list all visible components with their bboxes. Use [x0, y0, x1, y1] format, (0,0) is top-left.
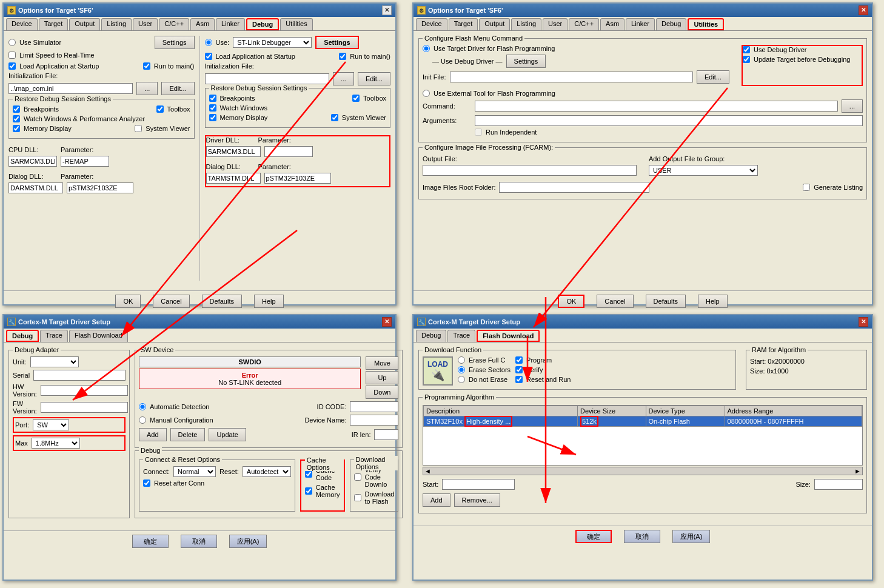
scroll-left[interactable]: ◄ — [424, 467, 431, 475]
tab-listing-tl[interactable]: Listing — [101, 18, 132, 30]
tab-utilities-tr[interactable]: Utilities — [688, 18, 724, 30]
cb-watch-left[interactable] — [13, 115, 20, 122]
table-row[interactable]: STM32F10x High-density ... 512k On-chip … — [424, 416, 862, 427]
input-cpu-param[interactable] — [61, 156, 109, 167]
tab-device-tl[interactable]: Device — [6, 18, 38, 30]
btn-defaults-tl[interactable]: Defaults — [202, 295, 242, 308]
cb-breakpoints-left[interactable] — [13, 105, 20, 113]
input-arguments-tr[interactable] — [475, 115, 863, 126]
tab-target-tl[interactable]: Target — [39, 18, 69, 30]
radio-do-not-erase[interactable] — [458, 376, 465, 383]
tab-user-tr[interactable]: User — [543, 18, 568, 30]
cb-cache-memory[interactable] — [305, 487, 312, 495]
input-dialog-param-right[interactable] — [264, 173, 331, 184]
select-port[interactable]: SW JTAG — [33, 419, 69, 430]
tab-asm-tr[interactable]: Asm — [600, 18, 624, 30]
tab-utilities-tl[interactable]: Utilities — [280, 18, 312, 30]
scrollbar-area[interactable]: ◄ ► — [423, 467, 863, 475]
tab-flash-download-br[interactable]: Flash Download — [477, 330, 540, 342]
input-cpu-dll[interactable] — [8, 156, 57, 167]
input-output-file-tr[interactable] — [423, 165, 637, 176]
close-button-top-right[interactable]: ✕ — [859, 5, 868, 15]
btn-ok-tl[interactable]: OK — [115, 295, 141, 308]
cb-load-app-left[interactable] — [8, 62, 16, 70]
select-connect[interactable]: Normal — [173, 466, 216, 477]
tab-user-tl[interactable]: User — [133, 18, 158, 30]
btn-apply-bl[interactable]: 应用(A) — [229, 535, 267, 548]
input-driver-param[interactable] — [264, 146, 313, 157]
btn-help-tr[interactable]: Help — [698, 295, 728, 308]
cb-memory-left[interactable] — [13, 125, 20, 132]
cb-load-app-right[interactable] — [205, 53, 212, 60]
input-dialog-dll-left[interactable] — [8, 182, 63, 193]
btn-down[interactable]: Down — [366, 386, 398, 399]
btn-cancel-br[interactable]: 取消 — [624, 530, 660, 543]
btn-ok-bl[interactable]: 确定 — [132, 535, 169, 548]
tab-debug-tl[interactable]: Debug — [246, 18, 279, 30]
cb-watch-right[interactable] — [209, 104, 216, 112]
tab-trace-br[interactable]: Trace — [447, 330, 475, 342]
cb-program[interactable] — [515, 356, 523, 364]
input-size-algo[interactable] — [814, 479, 863, 490]
input-command-tr[interactable] — [475, 101, 838, 112]
cb-verify-code[interactable] — [354, 473, 361, 481]
cb-run-main-left[interactable] — [143, 62, 150, 70]
tab-debug-br[interactable]: Debug — [416, 330, 446, 342]
select-debugger[interactable]: ST-Link Debugger — [233, 37, 312, 48]
input-image-root[interactable] — [499, 182, 649, 193]
cb-run-main-right[interactable] — [339, 53, 346, 60]
btn-delete-device[interactable]: Delete — [170, 428, 206, 441]
btn-apply-br[interactable]: 应用(A) — [672, 530, 711, 543]
btn-browse-right[interactable]: ... — [333, 72, 354, 85]
btn-add-device[interactable]: Add — [139, 428, 167, 441]
input-serial[interactable] — [33, 370, 126, 381]
btn-defaults-tr[interactable]: Defaults — [646, 295, 686, 308]
btn-update-device[interactable]: Update — [209, 428, 246, 441]
select-output-group[interactable]: USER — [649, 165, 758, 176]
cb-download-flash[interactable] — [354, 494, 361, 501]
btn-edit-init-left[interactable]: Edit... — [161, 82, 194, 95]
tab-flash-bl[interactable]: Flash Download — [69, 330, 128, 342]
tab-output-tr[interactable]: Output — [479, 18, 510, 30]
radio-use-simulator[interactable] — [8, 39, 16, 46]
cb-memory-right[interactable] — [209, 114, 216, 121]
btn-settings-tr[interactable]: Settings — [506, 55, 546, 68]
btn-ok-tr[interactable]: OK — [558, 295, 584, 308]
tab-debug-tr[interactable]: Debug — [656, 18, 686, 30]
input-init-right[interactable] — [205, 73, 329, 84]
btn-cancel-bl[interactable]: 取消 — [181, 535, 217, 548]
radio-erase-full[interactable] — [458, 356, 465, 364]
btn-move[interactable]: Move — [366, 356, 398, 370]
cb-limit-speed[interactable] — [8, 52, 16, 59]
btn-help-tl[interactable]: Help — [254, 295, 284, 308]
input-driver-dll[interactable] — [206, 146, 261, 157]
close-button-bottom-right[interactable]: ✕ — [859, 317, 868, 327]
btn-edit-right[interactable]: Edit... — [358, 72, 390, 85]
close-button-bottom-left[interactable]: ✕ — [382, 317, 392, 327]
btn-cancel-tr[interactable]: Cancel — [597, 295, 633, 308]
close-button-top-left[interactable]: ✕ — [382, 5, 392, 15]
btn-browse-command[interactable]: ... — [842, 99, 863, 113]
input-fw-version[interactable] — [41, 402, 128, 413]
tab-debug-bl[interactable]: Debug — [6, 330, 39, 342]
tab-cpp-tl[interactable]: C/C++ — [159, 18, 189, 30]
btn-up[interactable]: Up — [366, 371, 398, 384]
radio-use-external-tool[interactable] — [423, 90, 430, 97]
radio-use-debugger[interactable] — [205, 39, 212, 46]
input-dialog-dll-right[interactable] — [206, 173, 261, 184]
btn-edit-tr[interactable]: Edit... — [697, 70, 729, 84]
radio-manual-config[interactable] — [139, 416, 146, 424]
scroll-right[interactable]: ► — [854, 467, 861, 475]
input-hw-version[interactable] — [41, 385, 128, 396]
tab-listing-tr[interactable]: Listing — [511, 18, 541, 30]
btn-remove-algo[interactable]: Remove... — [454, 493, 500, 507]
cb-generate-listing[interactable] — [803, 184, 810, 191]
cb-reset-run[interactable] — [515, 376, 523, 383]
tab-device-tr[interactable]: Device — [416, 18, 447, 30]
tab-asm-tl[interactable]: Asm — [190, 18, 215, 30]
cb-update-target[interactable] — [743, 56, 750, 63]
cb-bp-right[interactable] — [209, 95, 216, 102]
select-unit[interactable] — [30, 356, 79, 367]
cb-toolbox-right[interactable] — [352, 95, 360, 102]
tab-linker-tl[interactable]: Linker — [216, 18, 245, 30]
